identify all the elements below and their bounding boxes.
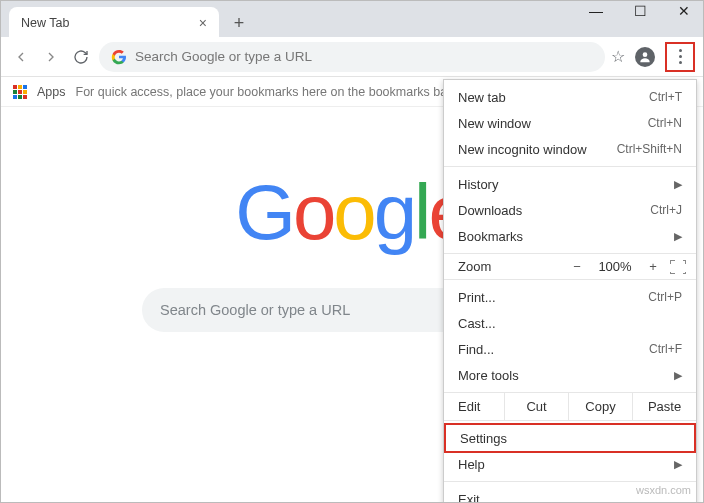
titlebar: New Tab × + — ☐ ✕: [1, 1, 703, 37]
minimize-icon[interactable]: —: [583, 3, 609, 19]
menu-new-tab[interactable]: New tabCtrl+T: [444, 84, 696, 110]
google-logo: Google: [235, 167, 469, 258]
menu-print[interactable]: Print...Ctrl+P: [444, 284, 696, 310]
zoom-out-button[interactable]: −: [566, 259, 588, 274]
menu-cut[interactable]: Cut: [504, 393, 568, 420]
profile-icon[interactable]: [635, 47, 655, 67]
window-controls: — ☐ ✕: [583, 3, 697, 19]
chevron-right-icon: ▶: [674, 230, 682, 243]
zoom-in-button[interactable]: +: [642, 259, 664, 274]
omnibox[interactable]: Search Google or type a URL: [99, 42, 605, 72]
menu-find[interactable]: Find...Ctrl+F: [444, 336, 696, 362]
highlight-kebab: [665, 42, 695, 72]
menu-new-window[interactable]: New windowCtrl+N: [444, 110, 696, 136]
google-icon: [111, 49, 127, 65]
close-window-icon[interactable]: ✕: [671, 3, 697, 19]
chrome-menu: New tabCtrl+T New windowCtrl+N New incog…: [443, 79, 697, 503]
toolbar-right: ☆: [611, 42, 695, 72]
tab-title: New Tab: [21, 16, 69, 30]
menu-edit-row: Edit Cut Copy Paste: [444, 393, 696, 420]
menu-copy[interactable]: Copy: [568, 393, 632, 420]
bookmarks-hint: For quick access, place your bookmarks h…: [76, 85, 448, 99]
menu-bookmarks[interactable]: Bookmarks▶: [444, 223, 696, 249]
fullscreen-icon[interactable]: [670, 260, 686, 274]
menu-zoom: Zoom − 100% +: [444, 254, 696, 279]
svg-point-0: [643, 52, 648, 57]
menu-new-incognito[interactable]: New incognito windowCtrl+Shift+N: [444, 136, 696, 162]
menu-more-tools[interactable]: More tools▶: [444, 362, 696, 388]
chevron-right-icon: ▶: [674, 369, 682, 382]
toolbar: Search Google or type a URL ☆: [1, 37, 703, 77]
menu-settings[interactable]: Settings: [446, 425, 694, 451]
browser-tab[interactable]: New Tab ×: [9, 7, 219, 39]
close-tab-icon[interactable]: ×: [199, 15, 207, 31]
menu-history[interactable]: History▶: [444, 171, 696, 197]
forward-icon[interactable]: [39, 45, 63, 69]
menu-help[interactable]: Help▶: [444, 451, 696, 477]
menu-cast[interactable]: Cast...: [444, 310, 696, 336]
zoom-value: 100%: [594, 259, 636, 274]
menu-paste[interactable]: Paste: [632, 393, 696, 420]
chevron-right-icon: ▶: [674, 458, 682, 471]
ntp-search-placeholder: Search Google or type a URL: [160, 302, 350, 318]
reload-icon[interactable]: [69, 45, 93, 69]
bookmark-star-icon[interactable]: ☆: [611, 47, 625, 66]
apps-icon[interactable]: [13, 85, 27, 99]
highlight-settings: Settings: [444, 423, 696, 453]
chevron-right-icon: ▶: [674, 178, 682, 191]
menu-downloads[interactable]: DownloadsCtrl+J: [444, 197, 696, 223]
watermark: wsxdn.com: [636, 484, 691, 496]
apps-label[interactable]: Apps: [37, 85, 66, 99]
new-tab-button[interactable]: +: [225, 9, 253, 37]
omnibox-placeholder: Search Google or type a URL: [135, 49, 312, 64]
back-icon[interactable]: [9, 45, 33, 69]
kebab-menu-icon[interactable]: [669, 46, 691, 68]
maximize-icon[interactable]: ☐: [627, 3, 653, 19]
